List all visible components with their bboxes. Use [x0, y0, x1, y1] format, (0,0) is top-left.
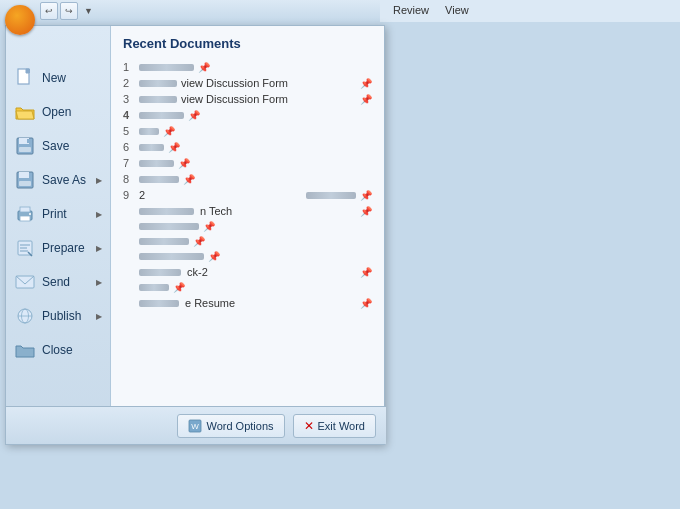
list-item[interactable]: 2 view Discussion Form 📌 [123, 75, 372, 91]
blur-bar [139, 238, 189, 245]
save-as-arrow: ▶ [96, 176, 102, 185]
send-arrow: ▶ [96, 278, 102, 287]
prepare-arrow: ▶ [96, 244, 102, 253]
print-arrow: ▶ [96, 210, 102, 219]
menu-item-new[interactable]: New [6, 61, 110, 95]
open-icon [14, 101, 36, 123]
menu-item-open[interactable]: Open [6, 95, 110, 129]
word-options-button[interactable]: W Word Options [177, 414, 284, 438]
list-item[interactable]: 📌 [123, 219, 372, 234]
print-icon [14, 203, 36, 225]
close-menu-icon [14, 339, 36, 361]
tab-view[interactable]: View [437, 2, 477, 22]
svg-rect-4 [27, 139, 29, 143]
blur-bar [139, 284, 169, 291]
save-as-icon [14, 169, 36, 191]
blur-bar [139, 96, 177, 103]
menu-item-save-as[interactable]: Save As ▶ [6, 163, 110, 197]
svg-text:W: W [192, 422, 200, 431]
exit-word-button[interactable]: ✕ Exit Word [293, 414, 376, 438]
list-item[interactable]: n Tech 📌 [123, 203, 372, 219]
list-item[interactable]: e Resume 📌 [123, 295, 372, 311]
menu-item-prepare[interactable]: Prepare ▶ [6, 231, 110, 265]
open-label: Open [42, 105, 102, 119]
blur-bar [139, 112, 184, 119]
blur-bar [139, 80, 177, 87]
prepare-icon [14, 237, 36, 259]
svg-point-12 [29, 213, 31, 215]
blur-bar [139, 269, 181, 276]
word-options-label: Word Options [206, 420, 273, 432]
list-item[interactable]: 3 view Discussion Form 📌 [123, 91, 372, 107]
list-item[interactable]: 📌 [123, 280, 372, 295]
blur-bar [139, 253, 204, 260]
send-icon [14, 271, 36, 293]
print-label: Print [42, 207, 90, 221]
ribbon-tab-row: Review View [380, 0, 680, 22]
blur-bar [139, 223, 199, 230]
blur-bar [139, 300, 179, 307]
prepare-label: Prepare [42, 241, 90, 255]
new-icon [14, 67, 36, 89]
menu-item-save[interactable]: Save [6, 129, 110, 163]
blur-bar [139, 64, 194, 71]
svg-rect-10 [20, 207, 30, 212]
list-item[interactable]: 5 📌 [123, 123, 372, 139]
menu-item-close[interactable]: Close [6, 333, 110, 367]
blur-bar [306, 192, 356, 199]
send-label: Send [42, 275, 90, 289]
save-as-label: Save As [42, 173, 90, 187]
menu-item-send[interactable]: Send ▶ [6, 265, 110, 299]
menu-item-publish[interactable]: Publish ▶ [6, 299, 110, 333]
publish-arrow: ▶ [96, 312, 102, 321]
menu-panel: New Open Save Save As ▶ [5, 25, 385, 445]
publish-label: Publish [42, 309, 90, 323]
save-icon [14, 135, 36, 157]
blur-bar [139, 208, 194, 215]
save-label: Save [42, 139, 102, 153]
svg-rect-11 [20, 216, 30, 221]
list-item[interactable]: 6 📌 [123, 139, 372, 155]
list-item[interactable]: 📌 [123, 249, 372, 264]
list-item[interactable]: 4 📌 [123, 107, 372, 123]
tab-review[interactable]: Review [385, 2, 437, 22]
blur-bar [139, 176, 179, 183]
list-item[interactable]: 8 📌 [123, 171, 372, 187]
list-item[interactable]: ck-2 📌 [123, 264, 372, 280]
blur-bar [139, 144, 164, 151]
list-item[interactable]: 7 📌 [123, 155, 372, 171]
svg-rect-8 [19, 181, 31, 186]
blur-bar [139, 160, 174, 167]
recent-title: Recent Documents [123, 36, 372, 51]
menu-item-print[interactable]: Print ▶ [6, 197, 110, 231]
menu-overlay: New Open Save Save As ▶ [5, 5, 385, 509]
list-item[interactable]: 9 2 📌 [123, 187, 372, 203]
exit-word-label: Exit Word [318, 420, 365, 432]
menu-sidebar: New Open Save Save As ▶ [6, 26, 111, 444]
blur-bar [139, 128, 159, 135]
svg-rect-7 [19, 172, 29, 178]
list-item[interactable]: 📌 [123, 234, 372, 249]
recent-panel: Recent Documents 1 📌 2 view Discussion F… [111, 26, 384, 444]
options-icon: W [188, 419, 202, 433]
publish-icon [14, 305, 36, 327]
menu-bottom-bar: W Word Options ✕ Exit Word [6, 406, 386, 444]
list-item[interactable]: 1 📌 [123, 59, 372, 75]
svg-rect-5 [19, 147, 31, 152]
exit-icon: ✕ [304, 419, 314, 433]
new-label: New [42, 71, 102, 85]
office-button[interactable] [5, 5, 35, 35]
close-label: Close [42, 343, 102, 357]
